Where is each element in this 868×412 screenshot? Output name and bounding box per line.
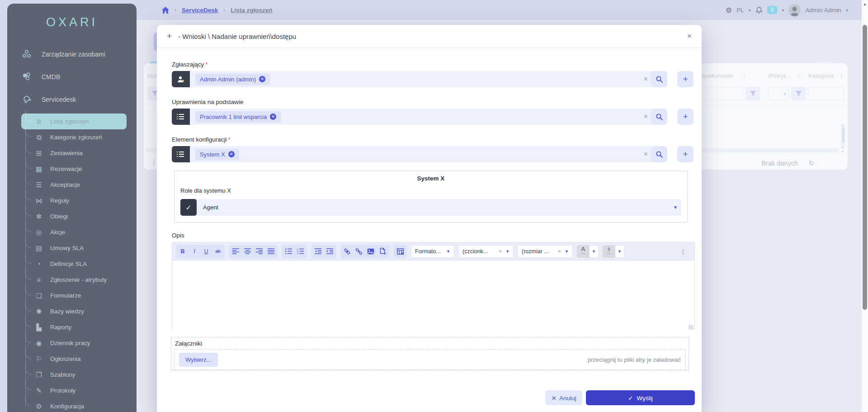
sidebar-item-label: Bazy wiedzy: [50, 308, 84, 315]
tree-connector: [25, 206, 31, 216]
editor-indent-icon[interactable]: [324, 246, 335, 257]
breadcrumb-lista-zgloszen[interactable]: Lista zgłoszeń: [231, 7, 272, 14]
app-logo: OXARI: [7, 15, 137, 29]
sidebar-item-sla-contracts[interactable]: ▤Umowy SLA: [21, 240, 127, 256]
editor-unlink-icon[interactable]: [353, 246, 365, 257]
sidebar-item-label: Akcje: [50, 229, 65, 236]
chip-remove-icon[interactable]: ✕: [270, 114, 276, 120]
sidebar-item-forms[interactable]: ❏Formularze: [21, 288, 127, 303]
chevron-down-icon[interactable]: ▼: [615, 245, 624, 258]
sidebar-item-list[interactable]: ≣Lista zgłoszeń: [21, 114, 127, 129]
sidebar-item-label: CMDB: [42, 73, 60, 81]
attachments-label: Załączniki: [175, 340, 686, 347]
description-textarea[interactable]: [172, 260, 694, 331]
add-permission-button[interactable]: +: [677, 109, 693, 125]
close-icon[interactable]: ×: [687, 32, 692, 41]
scrollbar-thumb[interactable]: [863, 25, 867, 310]
editor-align-left-icon[interactable]: [230, 246, 241, 257]
chip-remove-icon[interactable]: ✕: [228, 151, 235, 157]
attachments-dropzone[interactable]: Załączniki Wybierz... przeciągnij tu pli…: [171, 337, 689, 370]
editor-align-right-icon[interactable]: [253, 246, 265, 257]
sidebar-item-cmdb[interactable]: CMDB: [7, 66, 137, 88]
clear-field-icon[interactable]: ×: [644, 113, 648, 121]
sidebar-item-categories[interactable]: ⧉Kategorie zgłoszeń: [21, 129, 127, 145]
sidebar-item-label: Ogłoszenia: [50, 355, 81, 362]
search-user-button[interactable]: [651, 71, 667, 87]
editor-table-icon[interactable]: [394, 246, 406, 257]
sidebar-item-attributes[interactable]: ≡Zgłoszenie - atrybuty: [21, 272, 127, 288]
chevron-down-icon[interactable]: ▾: [749, 8, 751, 13]
editor-align-center-icon[interactable]: [241, 246, 253, 257]
editor-underline-icon[interactable]: U: [200, 246, 212, 257]
language-selector[interactable]: PL: [736, 7, 744, 14]
format-dropdown[interactable]: Formato... ▼: [411, 245, 454, 258]
checkbox-checked-icon[interactable]: ✓: [180, 199, 197, 216]
editor-list-ul-icon[interactable]: [283, 246, 294, 257]
sidebar-item-actions[interactable]: ◎Akcje: [21, 224, 127, 240]
sidebar-item-sla-definitions[interactable]: ◔Definicje SLA: [21, 256, 127, 272]
highlight-color-icon: ◊~~~: [603, 245, 615, 258]
sidebar-item-worklog[interactable]: ◉Dziennik pracy: [21, 335, 127, 351]
settings-gear-icon[interactable]: ⚙: [726, 6, 732, 14]
zglaszajacy-field[interactable]: Admin Admin (admin) ✕ ×: [172, 71, 653, 87]
breadcrumb-servicedesk[interactable]: ServiceDesk: [182, 7, 218, 14]
editor-align-justify-icon[interactable]: [265, 246, 277, 257]
chevron-down-icon[interactable]: ▼: [670, 205, 681, 210]
scroll-up-arrow[interactable]: ▲: [862, 2, 868, 6]
sidebar-item-label: Kategorie zgłoszeń: [50, 134, 102, 141]
editor-bold-icon[interactable]: B: [177, 246, 189, 257]
add-ci-button[interactable]: +: [677, 146, 693, 162]
editor-page-plus-icon[interactable]: [377, 246, 388, 257]
editor-italic-icon[interactable]: I: [189, 246, 200, 257]
sidebar-item-workflows[interactable]: ✻Obiegi: [21, 208, 127, 224]
font-size-dropdown[interactable]: (rozmiar ... × ▼: [518, 245, 573, 258]
sidebar-item-protocols[interactable]: ✎Protokoły: [21, 383, 127, 398]
role-select[interactable]: ✓ Agent ▼: [180, 199, 681, 216]
chevron-down-icon[interactable]: ▾: [846, 8, 848, 13]
clear-field-icon[interactable]: ×: [644, 150, 648, 158]
sidebar-item-announcements[interactable]: ⚐Ogłoszenia: [21, 351, 127, 367]
required-asterisk: *: [228, 136, 231, 143]
editor-list-ol-icon[interactable]: 123: [294, 246, 306, 257]
sidebar-item-tables[interactable]: ⊞Zestawienia: [21, 145, 127, 161]
sidebar-item-templates[interactable]: ❐Szablony: [21, 367, 127, 383]
uprawnienia-field[interactable]: Pracownik 1 linii wsparcia ✕ ×: [172, 109, 653, 125]
assets-icon: [21, 48, 33, 60]
page-scrollbar[interactable]: ▲: [862, 0, 868, 412]
clear-field-icon[interactable]: ×: [644, 75, 648, 83]
home-icon[interactable]: [162, 7, 169, 14]
search-ci-button[interactable]: [651, 146, 667, 162]
text-color-control[interactable]: A~~~ ▼: [577, 245, 599, 258]
chip-remove-icon[interactable]: ✕: [259, 76, 265, 82]
resize-handle[interactable]: [689, 325, 693, 330]
editor-outdent-icon[interactable]: [312, 246, 324, 257]
sidebar-item-servicedesk[interactable]: Servicedesk: [7, 88, 137, 111]
list-icon: [172, 109, 190, 125]
avatar[interactable]: [788, 4, 801, 16]
clear-icon[interactable]: ×: [557, 248, 561, 255]
choose-files-button[interactable]: Wybierz...: [179, 353, 218, 367]
sidebar-item-calendar[interactable]: ▦Rezerwacje: [21, 161, 127, 177]
configuration-icon: ⚙: [34, 403, 44, 411]
editor-more-kebab[interactable]: ⋮: [675, 248, 691, 255]
sidebar-item-rules[interactable]: ⋈Reguły: [21, 193, 127, 208]
sidebar-item-knowledge[interactable]: ✺Bazy wiedzy: [21, 303, 127, 319]
sidebar-item-approvals[interactable]: ☰Akceptacje: [21, 177, 127, 193]
editor-strikethrough-icon[interactable]: ab: [212, 246, 224, 257]
font-family-dropdown[interactable]: (czcionk... × ▼: [458, 245, 514, 258]
chevron-down-icon[interactable]: ▾: [782, 8, 784, 13]
clear-icon[interactable]: ×: [498, 248, 502, 255]
cancel-button[interactable]: ✕Anuluj: [545, 390, 582, 405]
notifications-bell-icon[interactable]: [755, 6, 763, 14]
submit-button[interactable]: ✓Wyślij: [586, 390, 695, 405]
sidebar-item-configuration[interactable]: ⚙Konfiguracja: [21, 398, 127, 412]
sidebar-item-reports[interactable]: ▙Raporty: [21, 319, 127, 335]
chevron-down-icon[interactable]: ▼: [590, 245, 599, 258]
highlight-color-control[interactable]: ◊~~~ ▼: [603, 245, 624, 258]
sidebar-item-assets[interactable]: Zarządzanie zasobami: [7, 43, 137, 66]
editor-image-icon[interactable]: [365, 246, 377, 257]
add-user-button[interactable]: +: [677, 71, 693, 87]
editor-link-icon[interactable]: [341, 246, 353, 257]
search-permission-button[interactable]: [651, 109, 667, 125]
element-konfiguracji-field[interactable]: System X ✕ ×: [172, 146, 653, 162]
